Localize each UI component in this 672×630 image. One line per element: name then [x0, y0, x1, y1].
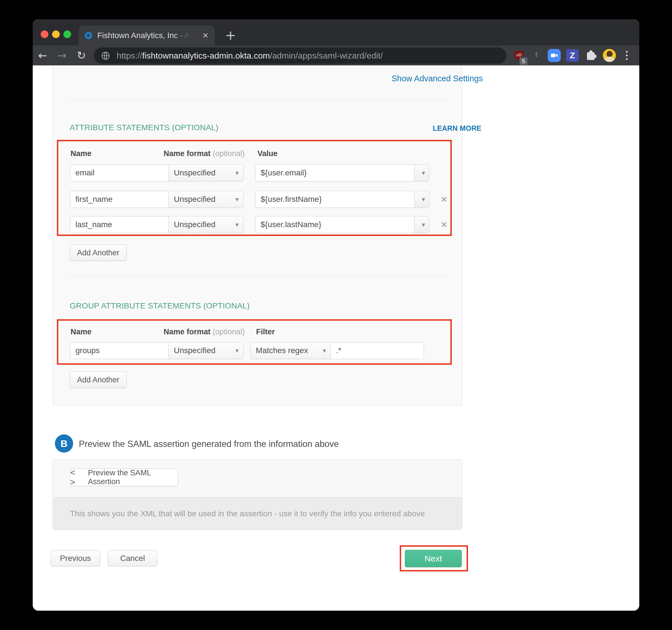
value-dropdown-button[interactable]: ▾: [414, 165, 429, 181]
traffic-lights: [41, 30, 71, 38]
url-path: /admin/apps/saml-wizard/edit/: [270, 51, 383, 60]
chevron-down-icon: ▾: [235, 347, 239, 354]
browser-tab[interactable]: Fishtown Analytics, Inc - Applic ✕: [78, 26, 215, 46]
back-icon[interactable]: ←: [35, 46, 51, 66]
attribute-value-input[interactable]: [256, 191, 414, 207]
name-format-label: Name format: [164, 149, 211, 158]
chrome-menu-icon[interactable]: [621, 46, 632, 66]
group-attribute-statements-title: GROUP ATTRIBUTE STATEMENTS (OPTIONAL): [70, 301, 250, 310]
code-brackets-icon: < >: [70, 468, 83, 487]
add-another-button[interactable]: Add Another: [70, 372, 127, 388]
name-format-select[interactable]: Unspecified ▾: [168, 216, 243, 233]
column-header-name: Name: [71, 328, 92, 336]
attribute-value-combo: ▾: [255, 164, 429, 181]
address-bar[interactable]: https://fishtownanalytics-admin.okta.com…: [94, 48, 506, 64]
preview-heading: Preview the SAML assertion generated fro…: [79, 439, 339, 449]
okta-favicon-icon: [85, 32, 92, 39]
attribute-name-input[interactable]: [70, 164, 169, 181]
filter-value-input[interactable]: [331, 342, 424, 359]
extensions-puzzle-icon[interactable]: [586, 50, 597, 61]
attribute-row: Unspecified ▾ ▾ ✕: [33, 216, 639, 233]
step-b-badge: B: [55, 434, 73, 453]
column-header-name: Name: [71, 149, 92, 158]
url-text: https://fishtownanalytics-admin.okta.com…: [117, 51, 383, 60]
chevron-down-icon: ▾: [422, 169, 425, 177]
attribute-row: Unspecified ▾ ▾: [33, 164, 639, 181]
chevron-down-icon: ▾: [235, 196, 239, 203]
tab-strip: Fishtown Analytics, Inc - Applic ✕ +: [33, 19, 639, 46]
url-host: fishtownanalytics-admin.okta.com: [142, 51, 270, 60]
reload-icon[interactable]: ↻: [73, 46, 89, 66]
name-format-select[interactable]: Unspecified ▾: [168, 191, 243, 208]
onepassword-extension-icon[interactable]: [531, 46, 543, 66]
chevron-down-icon: ▾: [235, 221, 239, 228]
new-tab-button[interactable]: +: [225, 27, 236, 44]
close-window-button[interactable]: [41, 30, 48, 38]
browser-toolbar: ← → ↻ https://fishtownanalytics-admin.ok…: [33, 46, 639, 66]
forward-icon[interactable]: →: [54, 46, 70, 66]
puzzle-body: [587, 52, 595, 60]
name-format-value: Unspecified: [174, 220, 215, 229]
previous-button[interactable]: Previous: [51, 550, 100, 566]
attribute-value-input[interactable]: [256, 165, 414, 181]
optional-label: (optional): [213, 328, 245, 336]
value-dropdown-button[interactable]: ▾: [414, 191, 429, 207]
filter-type-select[interactable]: Matches regex ▾: [250, 342, 331, 359]
preview-button-label: Preview the SAML Assertion: [88, 469, 178, 486]
show-advanced-settings-link[interactable]: Show Advanced Settings: [391, 74, 483, 83]
preview-footer-note: This shows you the XML that will be used…: [53, 497, 462, 530]
column-header-filter: Filter: [256, 328, 275, 336]
column-header-name-format: Name format (optional): [164, 149, 245, 158]
chevron-down-icon: ▾: [322, 347, 326, 354]
cancel-button[interactable]: Cancel: [108, 550, 157, 566]
attribute-row: Unspecified ▾ ▾ ✕: [33, 191, 639, 208]
remove-row-icon[interactable]: ✕: [438, 216, 450, 233]
name-format-label: Name format: [164, 328, 211, 336]
name-format-select[interactable]: Unspecified ▾: [168, 342, 243, 359]
z-extension-icon[interactable]: Z: [566, 49, 579, 62]
minimize-window-button[interactable]: [52, 30, 60, 38]
next-button[interactable]: Next: [405, 550, 462, 567]
browser-window: Fishtown Analytics, Inc - Applic ✕ + ← →…: [33, 19, 639, 611]
divider: [70, 100, 448, 100]
profile-avatar[interactable]: [603, 49, 616, 62]
zoom-extension-icon[interactable]: [548, 49, 561, 62]
page-viewport: Show Advanced Settings ATTRIBUTE STATEME…: [33, 66, 639, 611]
name-format-value: Unspecified: [174, 346, 215, 355]
group-attribute-row: Unspecified ▾ Matches regex ▾: [33, 342, 639, 359]
keyhole-icon: [531, 50, 542, 61]
tab-close-icon[interactable]: ✕: [202, 31, 209, 40]
optional-label: (optional): [213, 149, 245, 158]
chevron-down-icon: ▾: [235, 169, 239, 177]
tab-title: Fishtown Analytics, Inc - Applic: [97, 31, 191, 40]
ublock-extension-icon[interactable]: uO 5: [513, 46, 525, 66]
camera-icon: [550, 51, 558, 60]
column-header-name-format: Name format (optional): [164, 328, 245, 336]
globe-icon: [101, 51, 111, 60]
filter-type-value: Matches regex: [256, 346, 308, 355]
name-format-value: Unspecified: [174, 195, 215, 204]
chevron-down-icon: ▾: [422, 221, 425, 228]
url-scheme: https://: [117, 51, 142, 60]
remove-row-icon[interactable]: ✕: [438, 191, 450, 208]
learn-more-link[interactable]: LEARN MORE: [433, 124, 481, 132]
name-format-value: Unspecified: [174, 168, 215, 177]
preview-saml-assertion-button[interactable]: < > Preview the SAML Assertion: [70, 469, 178, 486]
column-header-value: Value: [258, 149, 278, 158]
attribute-statements-title: ATTRIBUTE STATEMENTS (OPTIONAL): [70, 123, 218, 132]
value-dropdown-button[interactable]: ▾: [414, 216, 429, 233]
group-name-input[interactable]: [70, 342, 169, 359]
preview-panel: < > Preview the SAML Assertion This show…: [53, 459, 462, 530]
attribute-name-input[interactable]: [70, 191, 169, 208]
avatar-head: [606, 51, 613, 57]
add-another-button[interactable]: Add Another: [70, 245, 127, 261]
attribute-name-input[interactable]: [70, 216, 169, 233]
avatar-body: [605, 56, 614, 62]
ublock-badge: 5: [519, 57, 528, 66]
attribute-value-input[interactable]: [256, 216, 414, 233]
chevron-down-icon: ▾: [422, 196, 425, 203]
attribute-value-combo: ▾: [255, 191, 429, 208]
name-format-select[interactable]: Unspecified ▾: [168, 164, 243, 181]
attribute-value-combo: ▾: [255, 216, 429, 233]
fullscreen-window-button[interactable]: [64, 30, 71, 38]
